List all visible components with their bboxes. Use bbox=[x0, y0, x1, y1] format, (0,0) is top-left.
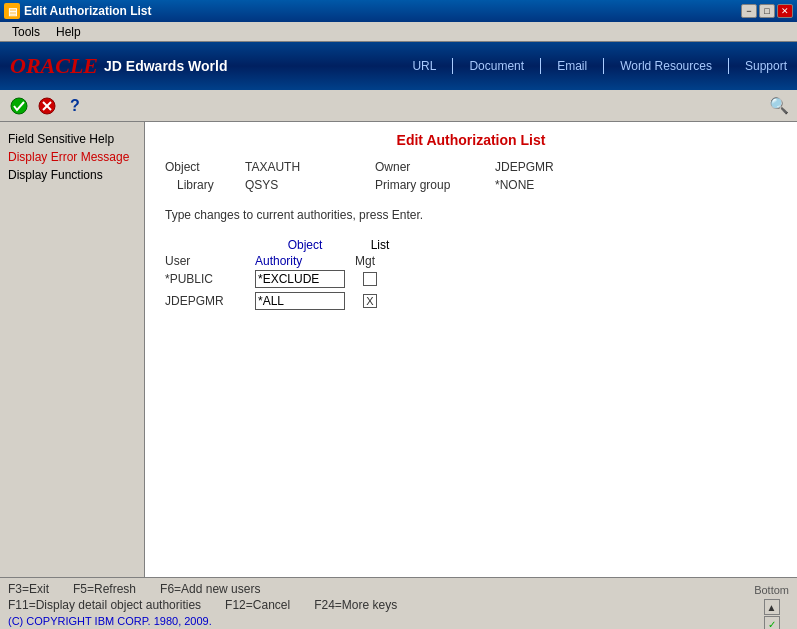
primary-group-label: Primary group bbox=[375, 178, 495, 192]
content-area: Edit Authorization List Object TAXAUTH O… bbox=[145, 122, 797, 577]
col-list-header: List bbox=[355, 238, 405, 252]
oracle-header: ORACLE JD Edwards World URL Document Ema… bbox=[0, 42, 797, 90]
sidebar: Field Sensitive Help Display Error Messa… bbox=[0, 122, 145, 577]
mgt-public-checkbox[interactable] bbox=[363, 272, 377, 286]
maximize-button[interactable]: □ bbox=[759, 4, 775, 18]
cancel-toolbar-button[interactable] bbox=[36, 95, 58, 117]
menu-tools[interactable]: Tools bbox=[4, 23, 48, 41]
table-header: Object List bbox=[165, 238, 777, 252]
sidebar-display-functions[interactable]: Display Functions bbox=[4, 166, 140, 184]
bottom-label: Bottom bbox=[754, 584, 789, 596]
nav-document[interactable]: Document bbox=[469, 59, 524, 73]
bottom-wrapper: F3=Exit F5=Refresh F6=Add new users F11=… bbox=[8, 582, 789, 629]
scroll-check-button[interactable]: ✓ bbox=[764, 616, 780, 629]
jde-text: JD Edwards World bbox=[104, 58, 227, 74]
mgt-jdepgmr-check: X bbox=[345, 294, 395, 308]
scroll-section: Bottom ▲ ✓ 🔍 bbox=[754, 582, 789, 629]
primary-group-value: *NONE bbox=[495, 178, 534, 192]
oracle-logo: ORACLE JD Edwards World bbox=[10, 53, 227, 79]
fkey-f5[interactable]: F5=Refresh bbox=[73, 582, 136, 596]
confirm-button[interactable] bbox=[8, 95, 30, 117]
object-row: Object TAXAUTH Owner JDEPGMR bbox=[165, 160, 777, 174]
fkey-f12[interactable]: F12=Cancel bbox=[225, 598, 290, 612]
object-value: TAXAUTH bbox=[245, 160, 375, 174]
app-icon: ▤ bbox=[4, 3, 20, 19]
menu-help[interactable]: Help bbox=[48, 23, 89, 41]
authority-jdepgmr-input[interactable] bbox=[255, 292, 345, 310]
fkey-f3[interactable]: F3=Exit bbox=[8, 582, 49, 596]
col-user-header bbox=[165, 238, 255, 252]
table-row: *PUBLIC bbox=[165, 270, 777, 288]
authority-header: Authority bbox=[255, 254, 355, 268]
object-label: Object bbox=[165, 160, 245, 174]
user-jdepgmr: JDEPGMR bbox=[165, 294, 255, 308]
owner-label: Owner bbox=[375, 160, 495, 174]
close-button[interactable]: ✕ bbox=[777, 4, 793, 18]
fkey-f24[interactable]: F24=More keys bbox=[314, 598, 397, 612]
divider2 bbox=[540, 58, 541, 74]
title-bar: ▤ Edit Authorization List − □ ✕ bbox=[0, 0, 797, 22]
nav-email[interactable]: Email bbox=[557, 59, 587, 73]
toolbar-left: ? bbox=[8, 95, 86, 117]
divider4 bbox=[728, 58, 729, 74]
sidebar-display-error-message[interactable]: Display Error Message bbox=[4, 148, 140, 166]
main-area: Field Sensitive Help Display Error Messa… bbox=[0, 122, 797, 577]
nav-url[interactable]: URL bbox=[412, 59, 436, 73]
fkeys-section: F3=Exit F5=Refresh F6=Add new users F11=… bbox=[8, 582, 754, 628]
search-icon[interactable]: 🔍 bbox=[769, 96, 789, 115]
library-row: Library QSYS Primary group *NONE bbox=[165, 178, 777, 192]
library-value: QSYS bbox=[245, 178, 375, 192]
divider3 bbox=[603, 58, 604, 74]
mgt-public-check bbox=[345, 272, 395, 286]
scroll-up-button[interactable]: ▲ bbox=[764, 599, 780, 615]
library-label: Library bbox=[165, 178, 245, 192]
page-title: Edit Authorization List bbox=[165, 132, 777, 148]
auth-table: Object List User Authority Mgt *PUBLIC J… bbox=[165, 238, 777, 310]
window-title: Edit Authorization List bbox=[24, 4, 152, 18]
col-obj-header: Object bbox=[255, 238, 355, 252]
fkey-f6[interactable]: F6=Add new users bbox=[160, 582, 260, 596]
fkey-row-1: F3=Exit F5=Refresh F6=Add new users bbox=[8, 582, 754, 596]
user-header: User bbox=[165, 254, 255, 268]
fkey-f11[interactable]: F11=Display detail object authorities bbox=[8, 598, 201, 612]
owner-value: JDEPGMR bbox=[495, 160, 554, 174]
toolbar: ? 🔍 bbox=[0, 90, 797, 122]
authority-public-input[interactable] bbox=[255, 270, 345, 288]
header-nav: URL Document Email World Resources Suppo… bbox=[412, 58, 787, 74]
minimize-button[interactable]: − bbox=[741, 4, 757, 18]
nav-world-resources[interactable]: World Resources bbox=[620, 59, 712, 73]
mgt-jdepgmr-checkbox[interactable]: X bbox=[363, 294, 377, 308]
copyright-text: (C) COPYRIGHT IBM CORP. 1980, 2009. bbox=[8, 615, 212, 627]
menu-bar: Tools Help bbox=[0, 22, 797, 42]
mgt-header: Mgt bbox=[355, 254, 405, 268]
help-button[interactable]: ? bbox=[64, 95, 86, 117]
divider1 bbox=[452, 58, 453, 74]
user-public: *PUBLIC bbox=[165, 272, 255, 286]
description-text: Type changes to current authorities, pre… bbox=[165, 208, 777, 222]
nav-support[interactable]: Support bbox=[745, 59, 787, 73]
oracle-text: ORACLE bbox=[10, 53, 98, 79]
svg-point-0 bbox=[11, 98, 27, 114]
table-row: JDEPGMR X bbox=[165, 292, 777, 310]
table-subheader: User Authority Mgt bbox=[165, 254, 777, 268]
bottom-area: F3=Exit F5=Refresh F6=Add new users F11=… bbox=[0, 577, 797, 629]
window-controls: − □ ✕ bbox=[741, 4, 793, 18]
sidebar-field-sensitive-help[interactable]: Field Sensitive Help bbox=[4, 130, 140, 148]
fkey-row-2: F11=Display detail object authorities F1… bbox=[8, 598, 754, 612]
